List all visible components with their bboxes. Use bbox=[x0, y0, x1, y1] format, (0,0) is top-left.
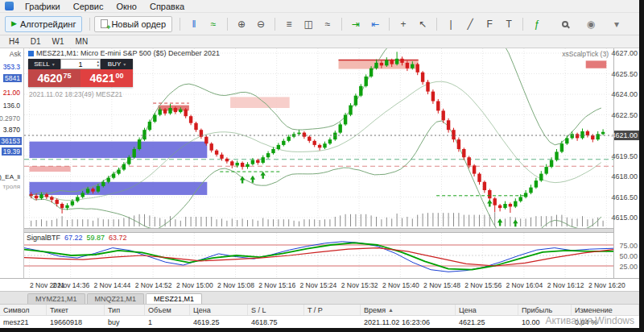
trade-cell: 4621.25 bbox=[456, 316, 518, 328]
chart-area[interactable]: MESZ21,M1: Micro E-mini S&P 500 ($5) Dec… bbox=[24, 48, 613, 228]
trade-cell: 19660918 bbox=[47, 316, 105, 328]
indicator-value: 59.87 bbox=[87, 234, 105, 242]
time-axis-label: 2 Nov 16:12 bbox=[547, 281, 584, 289]
timeframe-w1[interactable]: W1 bbox=[47, 36, 70, 47]
price-axis-label: 4619.50 bbox=[611, 152, 638, 160]
volume-value: 1 bbox=[78, 60, 82, 68]
trade-cell: buy bbox=[105, 316, 145, 328]
chart-tab-mnqz21[interactable]: MNQZ21,M1 bbox=[87, 293, 145, 304]
toolbox-column-header[interactable]: Время▲ bbox=[361, 305, 456, 315]
new-order-label: Новый ордер bbox=[111, 19, 166, 29]
chart-tabs: MYMZ21,M1MNQZ21,M1MESZ21,M1 bbox=[0, 291, 639, 304]
line-chart-icon[interactable]: ≈ bbox=[319, 16, 336, 32]
toolbox-column-header[interactable]: T / P bbox=[304, 305, 361, 315]
buy-menu-button[interactable]: BUY ▾ bbox=[101, 59, 133, 69]
chart-symbol-icon bbox=[28, 51, 34, 56]
time-axis-label: 2 Nov 15:56 bbox=[464, 281, 502, 289]
time-axis-label: 2 Nov 15:16 bbox=[258, 281, 295, 289]
price-axis-label: 4618.00 bbox=[611, 172, 638, 181]
indicator-axis-label: 75.00 bbox=[619, 242, 638, 250]
buy-label: BUY bbox=[108, 60, 121, 68]
spinner-down-icon[interactable]: ▾ bbox=[97, 64, 99, 68]
sell-price-button[interactable]: 4620 75 bbox=[28, 69, 80, 87]
indicator-label: SignalBTF 67.2259.8763.72 bbox=[27, 234, 127, 242]
trade-cell: 2021.11.02 16:23:06 bbox=[361, 316, 456, 328]
indicators-icon[interactable]: ƒ bbox=[528, 16, 546, 32]
toolbox-panel: СимволТикетТипОбъемЦенаS / LT / PВремя▲Ц… bbox=[0, 304, 639, 328]
time-axis-label: 2 Nov 15:32 bbox=[341, 281, 378, 289]
one-click-trading-panel: SELL ▾ 1 ▴▾ BUY ▾ 4620 75 4621 bbox=[28, 59, 133, 87]
buy-price-button[interactable]: 4621 00 bbox=[80, 69, 133, 87]
vertical-line-icon[interactable]: | bbox=[442, 16, 460, 32]
indicator-name: SignalBTF bbox=[27, 234, 60, 242]
trendline-icon[interactable]: ╱ bbox=[461, 16, 479, 32]
toolbox-column-header[interactable]: Прибыль bbox=[518, 305, 572, 315]
time-axis-label: 2 Nov 15:24 bbox=[299, 281, 336, 289]
chevron-down-icon: ▾ bbox=[52, 61, 55, 67]
chart-shift-icon[interactable]: ⇤ bbox=[366, 16, 384, 32]
autoscroll-icon[interactable]: ⇥ bbox=[347, 16, 365, 32]
bar-chart-icon[interactable]: ≡ bbox=[280, 16, 298, 32]
toolbar-right-group: ◉▾ bbox=[555, 16, 626, 32]
trade-cell bbox=[304, 316, 361, 328]
menu-item-окно[interactable]: Окно bbox=[109, 1, 143, 12]
timeframe-toolbar: H4D1W1MN bbox=[0, 35, 639, 48]
sell-label: SELL bbox=[34, 60, 50, 68]
toolbar-options-icon[interactable]: ▾ bbox=[608, 16, 625, 32]
timeframe-d1[interactable]: D1 bbox=[25, 36, 47, 47]
menu-item-сервис[interactable]: Сервис bbox=[67, 1, 110, 12]
zoom-in-icon[interactable]: ⊕ bbox=[233, 16, 250, 32]
zoom-out-icon[interactable]: ⊖ bbox=[252, 16, 270, 32]
chart-tab-mesz21[interactable]: MESZ21,M1 bbox=[146, 293, 202, 304]
market-watch-ask-header: Ask bbox=[10, 50, 21, 58]
play-icon: ▶ bbox=[11, 20, 17, 27]
sell-menu-button[interactable]: SELL ▾ bbox=[28, 59, 60, 69]
candle-chart-icon[interactable]: ◫ bbox=[299, 16, 317, 32]
time-axis-label: 2 Nov 14:52 bbox=[135, 281, 172, 289]
algotrading-button[interactable]: ▶ Алготрейдинг bbox=[5, 16, 82, 32]
indicator-values: 67.2259.8763.72 bbox=[64, 234, 127, 242]
menu-item-графики[interactable]: Графики bbox=[19, 1, 67, 12]
timeframe-h4[interactable]: H4 bbox=[3, 36, 25, 47]
time-axis-label: 2 Nov 15:48 bbox=[423, 281, 460, 289]
time-axis-label: 2 Nov 15:40 bbox=[382, 281, 419, 289]
toolbox-column-header[interactable]: S / L bbox=[248, 305, 304, 315]
menu-item-справка[interactable]: Справка bbox=[143, 1, 191, 12]
toolbox-column-header[interactable]: Цена bbox=[190, 305, 248, 315]
toolbox-column-header[interactable]: Символ bbox=[0, 305, 47, 315]
screen-edge-right bbox=[639, 0, 644, 332]
toolbar-separator bbox=[389, 18, 390, 31]
cursor-icon[interactable]: ↖ bbox=[414, 16, 431, 32]
search-icon[interactable] bbox=[556, 16, 574, 32]
toolbox-column-header[interactable]: Тикет bbox=[47, 305, 105, 315]
indicator-axis-label: 25.00 bbox=[619, 263, 638, 271]
price-axis[interactable]: 4627.004625.504624.004622.504621.004619.… bbox=[613, 48, 639, 278]
toolbox-column-header[interactable]: Тип bbox=[105, 305, 145, 315]
text-label-icon[interactable]: T bbox=[500, 16, 518, 32]
main-toolbar: ▶ Алготрейдинг Новый ордер ‖≈⊕⊖≡◫≈⇥⇤+↖|╱… bbox=[0, 13, 639, 35]
windows-activation-watermark: Активация Windows bbox=[545, 315, 634, 326]
toolbox-column-header[interactable]: Объем bbox=[145, 305, 190, 315]
trade-row[interactable]: mesz2119660918buy14619.254618.752021.11.… bbox=[0, 316, 639, 328]
market-watch-value: 36153 bbox=[0, 137, 22, 145]
price-axis-label: 4622.50 bbox=[611, 111, 638, 119]
time-axis[interactable]: 2 Nov 20212 Nov 14:362 Nov 14:442 Nov 14… bbox=[0, 278, 639, 291]
volume-spinner[interactable]: ▴▾ bbox=[97, 60, 99, 68]
chart-title-label: MESZ21,M1: Micro E-mini S&P 500 ($5) Dec… bbox=[36, 49, 220, 57]
toolbox-column-header[interactable]: Изменение bbox=[572, 305, 639, 315]
market-depth-icon[interactable]: ‖ bbox=[185, 16, 203, 32]
metaquotes-community-icon[interactable]: ◉ bbox=[582, 16, 600, 32]
new-order-button[interactable]: Новый ордер bbox=[94, 16, 172, 32]
toolbar-separator bbox=[275, 18, 275, 31]
trade-cell: 4619.25 bbox=[190, 316, 248, 328]
menu-bar: ГрафикиСервисОкноСправка bbox=[0, 0, 639, 13]
toolbox-column-header[interactable]: Цена bbox=[456, 305, 518, 315]
crosshair-icon[interactable]: + bbox=[394, 16, 412, 32]
timeframe-mn[interactable]: MN bbox=[70, 36, 94, 47]
indicator-pane[interactable]: SignalBTF 67.2259.8763.72 bbox=[24, 233, 613, 278]
fibonacci-icon[interactable]: F bbox=[481, 16, 498, 32]
toolbar-separator bbox=[227, 18, 228, 31]
chart-tab-mymz21[interactable]: MYMZ21,M1 bbox=[27, 293, 85, 304]
volume-input[interactable]: 1 ▴▾ bbox=[60, 59, 101, 69]
tick-chart-icon[interactable]: ≈ bbox=[204, 16, 222, 32]
